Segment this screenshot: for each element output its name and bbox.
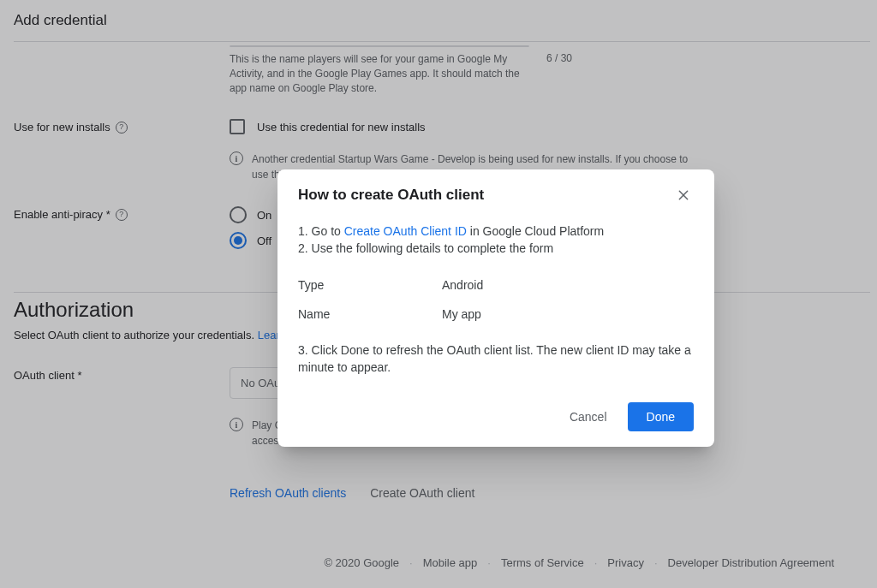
dialog-title: How to create OAuth client [298, 187, 484, 204]
dialog-name-label: Name [298, 306, 442, 323]
done-button[interactable]: Done [628, 402, 694, 431]
dialog-name-value: My app [442, 306, 481, 323]
dialog-step1: 1. Go to Create OAuth Client ID in Googl… [298, 223, 694, 240]
cancel-button[interactable]: Cancel [559, 403, 617, 431]
dialog-type-label: Type [298, 276, 442, 294]
dialog-step3: 3. Click Done to refresh the OAuth clien… [298, 342, 694, 377]
dialog-type-value: Android [442, 276, 483, 294]
close-icon[interactable] [673, 185, 694, 205]
dialog-step2: 2. Use the following details to complete… [298, 240, 694, 257]
oauth-client-dialog: How to create OAuth client 1. Go to Crea… [277, 169, 714, 447]
create-oauth-client-id-link[interactable]: Create OAuth Client ID [344, 224, 467, 238]
